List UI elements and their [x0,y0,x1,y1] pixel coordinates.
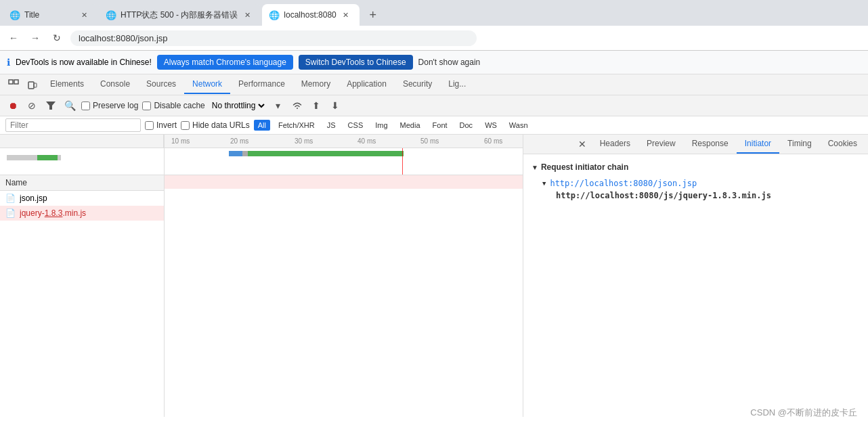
timeline-graph-panel: 10 ms 20 ms 30 ms 40 ms 50 ms 60 ms [165,135,523,417]
jquery-bar-gray [242,151,248,156]
devtools-tabs: Elements Console Sources Network Perform… [0,74,868,95]
back-button[interactable]: ← [5,30,22,46]
tab-application[interactable]: Application [339,75,395,94]
tab-console[interactable]: Console [92,75,138,94]
tab-1[interactable]: 🌐 Title ✕ [3,4,97,26]
switch-to-chinese-button[interactable]: Switch DevTools to Chinese [299,55,413,70]
detail-tab-initiator[interactable]: Initiator [737,135,779,154]
filter-wasn[interactable]: Wasn [505,120,532,131]
ruler-60ms: 60 ms [484,137,502,145]
tab-1-title: Title [24,10,74,20]
watermark: CSDN @不断前进的皮卡丘 [750,407,857,417]
ruler-40ms: 40 ms [357,137,376,145]
tab-2-icon: 🌐 [106,10,116,20]
json-file-name: json.jsp [20,194,47,203]
tab-network[interactable]: Network [184,75,230,94]
initiator-content: ▼ Request initiator chain ▼ http://local… [523,154,868,210]
detail-tab-cookies[interactable]: Cookies [820,135,865,154]
filter-font[interactable]: Font [429,120,452,131]
tab-lighthouse[interactable]: Lig... [440,75,474,94]
search-icon[interactable]: 🔍 [62,98,77,113]
address-bar: ← → ↻ [0,26,868,51]
tree-item-root[interactable]: ▼ http://localhost:8080/json.jsp [531,177,860,189]
tab-1-close[interactable]: ✕ [79,9,89,20]
detail-tab-preview[interactable]: Preview [638,135,684,154]
detail-tab-headers[interactable]: Headers [592,135,638,154]
filter-js[interactable]: JS [323,120,340,131]
devtools-panel: ℹ DevTools is now available in Chinese! … [0,51,868,417]
preserve-log-label: Preserve log [81,101,138,110]
inspect-icon[interactable] [4,74,23,95]
tab-memory[interactable]: Memory [293,75,339,94]
preserve-log-checkbox[interactable] [81,102,90,110]
new-tab-button[interactable]: + [364,5,383,24]
dont-show-again-button[interactable]: Don't show again [418,58,481,67]
ruler-50ms: 50 ms [420,137,439,145]
disable-cache-checkbox[interactable] [142,102,151,110]
info-icon: ℹ [7,57,10,68]
filter-doc[interactable]: Doc [456,120,477,131]
address-input[interactable] [70,30,477,46]
detail-tab-response[interactable]: Response [684,135,737,154]
network-toolbar: ⏺ ⊘ 🔍 Preserve log Disable cache No thro… [0,95,868,116]
tab-elements[interactable]: Elements [42,75,92,94]
filter-all[interactable]: All [254,120,270,131]
tab-2-title: HTTP状态 500 - 内部服务器错误 [121,9,238,21]
record-button[interactable]: ⏺ [5,98,20,113]
filter-css[interactable]: CSS [344,120,368,131]
filter-ws[interactable]: WS [481,120,501,131]
tree-link-jquery: http://localhost:8080/js/jquery-1.8.3.mi… [556,191,771,200]
triangle-icon: ▼ [531,164,538,171]
tab-performance[interactable]: Performance [230,75,293,94]
match-language-button[interactable]: Always match Chrome's language [157,55,293,70]
tab-3-icon: 🌐 [269,10,280,20]
filter-img[interactable]: Img [371,120,391,131]
tree-arrow-icon: ▼ [542,180,546,187]
tab-3-close[interactable]: ✕ [341,9,351,20]
bar-row-1-green [37,155,58,160]
tab-security[interactable]: Security [395,75,440,94]
svg-rect-2 [28,82,34,89]
reload-button[interactable]: ↻ [49,30,65,46]
download-icon[interactable]: ⬇ [328,98,343,113]
stop-record-button[interactable]: ⊘ [24,98,39,113]
json-file-icon: 📄 [5,194,16,203]
invert-checkbox[interactable] [145,121,154,130]
timeline-red-line [402,148,403,175]
hide-data-urls-checkbox[interactable] [181,121,190,130]
detail-tab-timing[interactable]: Timing [779,135,820,154]
filter-media[interactable]: Media [396,120,425,131]
invert-label: Invert [145,120,177,130]
throttle-select[interactable]: No throttling [209,100,267,111]
detail-panel: ✕ Headers Preview Response Initiator Tim… [523,135,868,417]
jquery-file-name: jquery-1.8.3.min.js [20,208,86,218]
devtools-banner: ℹ DevTools is now available in Chinese! … [0,51,868,74]
tab-2-close[interactable]: ✕ [242,9,253,20]
timeline-bars-left [0,148,164,175]
svg-marker-4 [46,102,56,110]
wifi-icon[interactable] [290,98,305,113]
detail-close-button[interactable]: ✕ [573,136,592,152]
file-item-json[interactable]: 📄 json.jsp [0,191,164,206]
tab-bar: 🌐 Title ✕ 🌐 HTTP状态 500 - 内部服务器错误 ✕ 🌐 loc… [0,0,868,26]
content-row: Name 📄 json.jsp 📄 jquery-1.8.3.min.js 10… [0,135,868,417]
device-toggle-icon[interactable] [23,74,42,95]
filter-fetch-xhr[interactable]: Fetch/XHR [274,120,319,131]
jquery-bar-green [248,151,404,156]
tab-3[interactable]: 🌐 localhost:8080 ✕ [262,4,359,26]
tab-sources[interactable]: Sources [138,75,184,94]
forward-button[interactable]: → [27,30,43,46]
timeline-ruler-left [0,135,164,148]
filter-input[interactable] [5,118,141,132]
timeline-ruler: 10 ms 20 ms 30 ms 40 ms 50 ms 60 ms [165,135,523,148]
file-list-header: Name [0,175,164,191]
disable-cache-label: Disable cache [142,101,204,110]
tab-2[interactable]: 🌐 HTTP状态 500 - 内部服务器错误 ✕ [99,4,261,26]
tree-link-json[interactable]: http://localhost:8080/json.jsp [550,179,697,188]
upload-icon[interactable]: ⬆ [309,98,324,113]
file-item-jquery[interactable]: 📄 jquery-1.8.3.min.js [0,206,164,221]
ruler-10ms: 10 ms [171,137,190,145]
throttle-dropdown-icon[interactable]: ▾ [271,98,286,113]
svg-rect-0 [9,80,13,84]
filter-icon[interactable] [43,98,58,113]
